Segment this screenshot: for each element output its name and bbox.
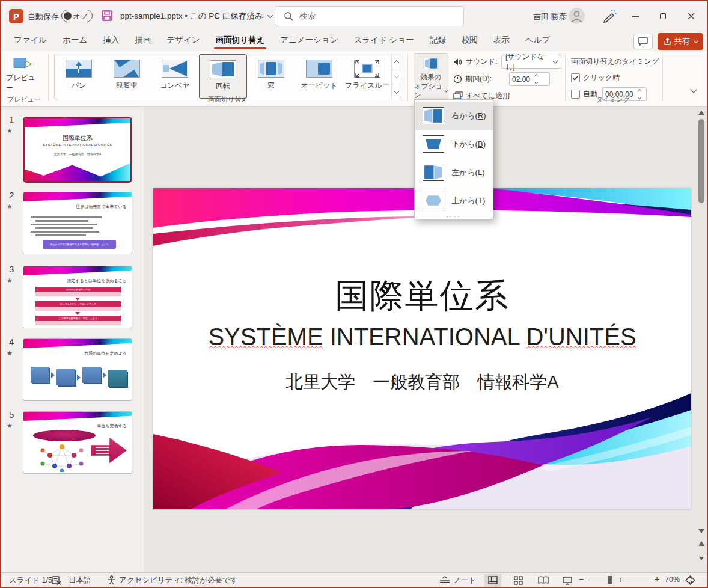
sound-select[interactable]: [サウンドなし] — [501, 55, 561, 69]
tab-view[interactable]: 表示 — [486, 31, 517, 51]
tab-transitions[interactable]: 画面切り替え — [208, 31, 273, 51]
slideshow-view-button[interactable] — [559, 574, 576, 587]
on-click-checkbox[interactable] — [571, 73, 580, 82]
slide-subtitle[interactable]: SYSTÈME INTERNATIONAL D'UNITÉS — [153, 323, 691, 351]
accessibility-icon[interactable] — [107, 575, 116, 585]
process-bar: 比べるものによって違いが生じる — [35, 301, 121, 307]
transition-pan[interactable]: パン — [55, 54, 103, 99]
menu-item-from-right[interactable]: 右から(R) — [415, 102, 493, 130]
menu-item-from-top[interactable]: 上から(T) — [415, 186, 493, 215]
chevron-down-icon — [445, 88, 449, 93]
zoom-slider-handle[interactable] — [608, 576, 612, 584]
notes-button[interactable]: ノート — [453, 575, 476, 586]
tab-home[interactable]: ホーム — [55, 31, 95, 51]
scroll-up-icon[interactable] — [698, 111, 704, 115]
save-icon[interactable] — [101, 10, 113, 22]
slide-canvas[interactable]: 国際単位系 SYSTÈME INTERNATIONAL D'UNITÉS 北里大… — [153, 188, 691, 509]
scrollbar-thumb[interactable] — [698, 119, 704, 203]
sound-value: [サウンドなし] — [505, 52, 549, 72]
slide-thumbnail-4[interactable]: 共通の単位を定めよう — [23, 338, 132, 401]
zoom-level[interactable]: 70% — [665, 575, 680, 584]
search-placeholder: 検索 — [299, 11, 316, 22]
gallery-scroll-up[interactable] — [392, 54, 401, 69]
slide-thumbnail-3[interactable]: 測定するとは単位を決めること 具体的な数値化の方法 比べるものによって違いが生じ… — [23, 266, 132, 328]
status-bar: スライド 1/5 日本語 アクセシビリティ: 検討が必要です ノート — [1, 572, 707, 587]
previous-slide-button[interactable] — [698, 541, 705, 546]
normal-view-button[interactable] — [484, 574, 501, 587]
slide-design-top — [23, 339, 132, 348]
tab-file[interactable]: ファイル — [6, 31, 55, 51]
fit-to-window-icon[interactable] — [685, 575, 695, 585]
vertical-scrollbar[interactable] — [697, 108, 706, 574]
effect-options-label-1: 効果の — [421, 73, 442, 82]
tab-help[interactable]: ヘルプ — [517, 31, 558, 51]
transition-label: 回転 — [216, 81, 230, 91]
tab-design[interactable]: デザイン — [159, 31, 207, 51]
transition-window[interactable]: 窓 — [247, 54, 295, 99]
zoom-slider-track[interactable] — [588, 580, 651, 580]
pen-sparkle-icon[interactable] — [601, 9, 618, 23]
transition-ferris-wheel[interactable]: 観覧車 — [103, 54, 151, 99]
arrow-shape — [91, 436, 127, 465]
menu-resize-grip[interactable]: ···· — [415, 215, 493, 219]
duration-stepper[interactable]: 02.00 — [509, 72, 550, 86]
preview-button[interactable]: プレビュー — [6, 54, 40, 93]
maximize-button[interactable] — [649, 1, 677, 31]
reading-view-button[interactable] — [535, 574, 552, 587]
ribbon-transitions: プレビュー プレビュー パン 観覧車 — [1, 51, 707, 107]
slide-thumbnail-2[interactable]: 世界は物理量で出来ている 何らかの方法で数値化できる特徴を「物理量」という — [23, 192, 132, 254]
scroll-down-icon[interactable] — [698, 529, 704, 533]
tab-record[interactable]: 記録 — [422, 31, 454, 51]
slide-number: 2 — [9, 190, 14, 200]
search-input[interactable]: 検索 — [275, 6, 464, 26]
slide-thumbnail-1[interactable]: 国際単位系 SYSTÈME INTERNATIONAL D'UNITÉS 北里大… — [23, 117, 132, 183]
menu-item-from-bottom[interactable]: 下から(B) — [415, 130, 493, 158]
on-click-option[interactable]: クリック時 — [571, 73, 620, 83]
next-slide-button[interactable] — [698, 556, 705, 560]
stepper-arrows-icon[interactable] — [535, 75, 538, 83]
slide-number: 3 — [9, 264, 14, 274]
slide-thumbnail-5[interactable]: 単位を定義する — [23, 411, 132, 474]
duration-label: 期間(D): — [465, 74, 492, 84]
menu-item-from-left[interactable]: 左から(L) — [415, 158, 493, 186]
comments-button[interactable] — [633, 34, 653, 49]
transition-conveyor[interactable]: コンベヤ — [151, 54, 199, 99]
transition-label: コンベヤ — [160, 81, 189, 91]
tab-slideshow[interactable]: スライド ショー — [346, 31, 422, 51]
close-button[interactable] — [677, 1, 706, 31]
transition-rotate[interactable]: 回転 — [199, 54, 247, 99]
title-bar: P 自動保存 オフ ppt-sample1.pptx • この PC に保存済み… — [1, 1, 707, 31]
language-indicator[interactable]: 日本語 — [69, 575, 91, 586]
powerpoint-logo-icon[interactable]: P — [9, 9, 23, 23]
transition-fly-through[interactable]: フライスルー — [343, 54, 391, 99]
tab-review[interactable]: 校閲 — [454, 31, 486, 51]
separator — [662, 54, 663, 101]
slide-indicator[interactable]: スライド 1/5 — [9, 575, 52, 586]
from-bottom-icon — [423, 135, 444, 153]
duration-value: 02.00 — [512, 75, 530, 84]
effect-options-button[interactable]: 効果の オプション — [414, 53, 448, 100]
zoom-in-button[interactable]: + — [655, 574, 659, 584]
slide-sorter-icon — [514, 576, 523, 585]
slide-design-top — [23, 192, 132, 201]
transition-orbit[interactable]: オービット — [295, 54, 343, 99]
thumb-title: 国際単位系 — [25, 134, 130, 142]
document-title[interactable]: ppt-sample1.pptx • この PC に保存済み — [120, 11, 272, 22]
tab-draw[interactable]: 描画 — [127, 31, 159, 51]
spellcheck-icon[interactable] — [52, 576, 61, 585]
minimize-button[interactable] — [621, 1, 649, 31]
zoom-out-button[interactable]: − — [579, 574, 584, 584]
gallery-scroll-down[interactable] — [392, 69, 401, 84]
tab-animations[interactable]: アニメーション — [272, 31, 346, 51]
autosave-toggle[interactable]: オフ — [61, 10, 93, 22]
tab-insert[interactable]: 挿入 — [95, 31, 127, 51]
slide-title[interactable]: 国際単位系 — [153, 274, 691, 319]
avatar[interactable] — [569, 8, 585, 24]
flow-box — [82, 367, 101, 383]
slide-sorter-view-button[interactable] — [510, 574, 526, 587]
share-button[interactable]: 共有 — [658, 33, 703, 50]
accessibility-status[interactable]: アクセシビリティ: 検討が必要です — [119, 575, 238, 586]
collapse-ribbon-icon[interactable] — [690, 86, 697, 93]
chevron-up-icon — [394, 60, 398, 64]
separator — [565, 54, 566, 101]
